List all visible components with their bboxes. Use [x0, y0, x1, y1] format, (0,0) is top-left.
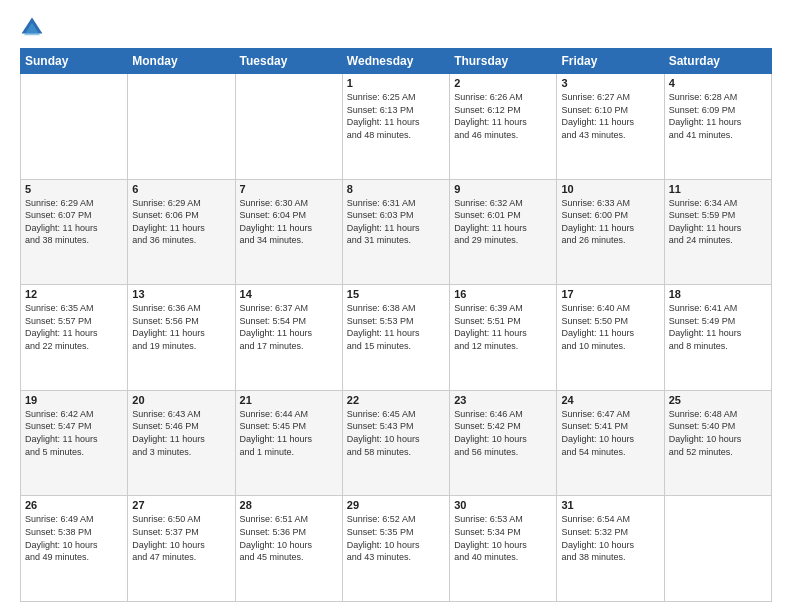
day-cell: 11Sunrise: 6:34 AM Sunset: 5:59 PM Dayli…	[664, 179, 771, 285]
day-info: Sunrise: 6:45 AM Sunset: 5:43 PM Dayligh…	[347, 408, 445, 458]
day-info: Sunrise: 6:28 AM Sunset: 6:09 PM Dayligh…	[669, 91, 767, 141]
day-info: Sunrise: 6:25 AM Sunset: 6:13 PM Dayligh…	[347, 91, 445, 141]
logo-icon	[20, 16, 44, 40]
day-cell	[21, 74, 128, 180]
day-info: Sunrise: 6:47 AM Sunset: 5:41 PM Dayligh…	[561, 408, 659, 458]
day-info: Sunrise: 6:31 AM Sunset: 6:03 PM Dayligh…	[347, 197, 445, 247]
day-cell: 7Sunrise: 6:30 AM Sunset: 6:04 PM Daylig…	[235, 179, 342, 285]
page: SundayMondayTuesdayWednesdayThursdayFrid…	[0, 0, 792, 612]
header-cell-thursday: Thursday	[450, 49, 557, 74]
day-cell: 17Sunrise: 6:40 AM Sunset: 5:50 PM Dayli…	[557, 285, 664, 391]
day-info: Sunrise: 6:33 AM Sunset: 6:00 PM Dayligh…	[561, 197, 659, 247]
day-cell: 4Sunrise: 6:28 AM Sunset: 6:09 PM Daylig…	[664, 74, 771, 180]
day-info: Sunrise: 6:43 AM Sunset: 5:46 PM Dayligh…	[132, 408, 230, 458]
day-info: Sunrise: 6:49 AM Sunset: 5:38 PM Dayligh…	[25, 513, 123, 563]
day-number: 26	[25, 499, 123, 511]
day-number: 23	[454, 394, 552, 406]
day-number: 20	[132, 394, 230, 406]
calendar-table: SundayMondayTuesdayWednesdayThursdayFrid…	[20, 48, 772, 602]
day-cell: 23Sunrise: 6:46 AM Sunset: 5:42 PM Dayli…	[450, 390, 557, 496]
day-number: 8	[347, 183, 445, 195]
day-info: Sunrise: 6:53 AM Sunset: 5:34 PM Dayligh…	[454, 513, 552, 563]
day-number: 9	[454, 183, 552, 195]
day-cell: 3Sunrise: 6:27 AM Sunset: 6:10 PM Daylig…	[557, 74, 664, 180]
day-number: 17	[561, 288, 659, 300]
day-number: 12	[25, 288, 123, 300]
day-cell	[664, 496, 771, 602]
day-info: Sunrise: 6:40 AM Sunset: 5:50 PM Dayligh…	[561, 302, 659, 352]
day-number: 11	[669, 183, 767, 195]
day-cell: 12Sunrise: 6:35 AM Sunset: 5:57 PM Dayli…	[21, 285, 128, 391]
day-cell: 5Sunrise: 6:29 AM Sunset: 6:07 PM Daylig…	[21, 179, 128, 285]
day-cell: 8Sunrise: 6:31 AM Sunset: 6:03 PM Daylig…	[342, 179, 449, 285]
day-info: Sunrise: 6:35 AM Sunset: 5:57 PM Dayligh…	[25, 302, 123, 352]
day-info: Sunrise: 6:51 AM Sunset: 5:36 PM Dayligh…	[240, 513, 338, 563]
day-info: Sunrise: 6:39 AM Sunset: 5:51 PM Dayligh…	[454, 302, 552, 352]
week-row-2: 12Sunrise: 6:35 AM Sunset: 5:57 PM Dayli…	[21, 285, 772, 391]
header-cell-wednesday: Wednesday	[342, 49, 449, 74]
day-info: Sunrise: 6:50 AM Sunset: 5:37 PM Dayligh…	[132, 513, 230, 563]
day-info: Sunrise: 6:36 AM Sunset: 5:56 PM Dayligh…	[132, 302, 230, 352]
day-info: Sunrise: 6:29 AM Sunset: 6:07 PM Dayligh…	[25, 197, 123, 247]
day-info: Sunrise: 6:48 AM Sunset: 5:40 PM Dayligh…	[669, 408, 767, 458]
day-number: 27	[132, 499, 230, 511]
day-number: 28	[240, 499, 338, 511]
day-info: Sunrise: 6:44 AM Sunset: 5:45 PM Dayligh…	[240, 408, 338, 458]
day-info: Sunrise: 6:29 AM Sunset: 6:06 PM Dayligh…	[132, 197, 230, 247]
day-cell: 22Sunrise: 6:45 AM Sunset: 5:43 PM Dayli…	[342, 390, 449, 496]
day-number: 22	[347, 394, 445, 406]
day-number: 31	[561, 499, 659, 511]
week-row-0: 1Sunrise: 6:25 AM Sunset: 6:13 PM Daylig…	[21, 74, 772, 180]
day-cell: 2Sunrise: 6:26 AM Sunset: 6:12 PM Daylig…	[450, 74, 557, 180]
day-number: 16	[454, 288, 552, 300]
day-number: 13	[132, 288, 230, 300]
day-number: 2	[454, 77, 552, 89]
day-number: 25	[669, 394, 767, 406]
day-cell	[235, 74, 342, 180]
header-cell-saturday: Saturday	[664, 49, 771, 74]
day-info: Sunrise: 6:41 AM Sunset: 5:49 PM Dayligh…	[669, 302, 767, 352]
day-cell: 27Sunrise: 6:50 AM Sunset: 5:37 PM Dayli…	[128, 496, 235, 602]
day-number: 15	[347, 288, 445, 300]
day-info: Sunrise: 6:27 AM Sunset: 6:10 PM Dayligh…	[561, 91, 659, 141]
header	[20, 16, 772, 40]
day-cell: 15Sunrise: 6:38 AM Sunset: 5:53 PM Dayli…	[342, 285, 449, 391]
day-info: Sunrise: 6:26 AM Sunset: 6:12 PM Dayligh…	[454, 91, 552, 141]
header-cell-friday: Friday	[557, 49, 664, 74]
week-row-3: 19Sunrise: 6:42 AM Sunset: 5:47 PM Dayli…	[21, 390, 772, 496]
day-info: Sunrise: 6:38 AM Sunset: 5:53 PM Dayligh…	[347, 302, 445, 352]
day-info: Sunrise: 6:54 AM Sunset: 5:32 PM Dayligh…	[561, 513, 659, 563]
day-info: Sunrise: 6:34 AM Sunset: 5:59 PM Dayligh…	[669, 197, 767, 247]
day-cell: 19Sunrise: 6:42 AM Sunset: 5:47 PM Dayli…	[21, 390, 128, 496]
day-number: 4	[669, 77, 767, 89]
day-cell: 13Sunrise: 6:36 AM Sunset: 5:56 PM Dayli…	[128, 285, 235, 391]
day-info: Sunrise: 6:37 AM Sunset: 5:54 PM Dayligh…	[240, 302, 338, 352]
day-cell: 20Sunrise: 6:43 AM Sunset: 5:46 PM Dayli…	[128, 390, 235, 496]
day-info: Sunrise: 6:32 AM Sunset: 6:01 PM Dayligh…	[454, 197, 552, 247]
day-number: 10	[561, 183, 659, 195]
day-cell: 21Sunrise: 6:44 AM Sunset: 5:45 PM Dayli…	[235, 390, 342, 496]
day-number: 29	[347, 499, 445, 511]
day-info: Sunrise: 6:52 AM Sunset: 5:35 PM Dayligh…	[347, 513, 445, 563]
day-cell: 28Sunrise: 6:51 AM Sunset: 5:36 PM Dayli…	[235, 496, 342, 602]
day-cell: 1Sunrise: 6:25 AM Sunset: 6:13 PM Daylig…	[342, 74, 449, 180]
day-number: 21	[240, 394, 338, 406]
day-number: 6	[132, 183, 230, 195]
day-number: 3	[561, 77, 659, 89]
day-number: 5	[25, 183, 123, 195]
calendar-body: 1Sunrise: 6:25 AM Sunset: 6:13 PM Daylig…	[21, 74, 772, 602]
day-number: 18	[669, 288, 767, 300]
day-info: Sunrise: 6:30 AM Sunset: 6:04 PM Dayligh…	[240, 197, 338, 247]
day-cell	[128, 74, 235, 180]
day-cell: 26Sunrise: 6:49 AM Sunset: 5:38 PM Dayli…	[21, 496, 128, 602]
day-info: Sunrise: 6:46 AM Sunset: 5:42 PM Dayligh…	[454, 408, 552, 458]
day-cell: 25Sunrise: 6:48 AM Sunset: 5:40 PM Dayli…	[664, 390, 771, 496]
day-cell: 6Sunrise: 6:29 AM Sunset: 6:06 PM Daylig…	[128, 179, 235, 285]
day-cell: 24Sunrise: 6:47 AM Sunset: 5:41 PM Dayli…	[557, 390, 664, 496]
day-number: 30	[454, 499, 552, 511]
day-cell: 9Sunrise: 6:32 AM Sunset: 6:01 PM Daylig…	[450, 179, 557, 285]
day-cell: 16Sunrise: 6:39 AM Sunset: 5:51 PM Dayli…	[450, 285, 557, 391]
day-cell: 30Sunrise: 6:53 AM Sunset: 5:34 PM Dayli…	[450, 496, 557, 602]
day-cell: 31Sunrise: 6:54 AM Sunset: 5:32 PM Dayli…	[557, 496, 664, 602]
header-cell-monday: Monday	[128, 49, 235, 74]
